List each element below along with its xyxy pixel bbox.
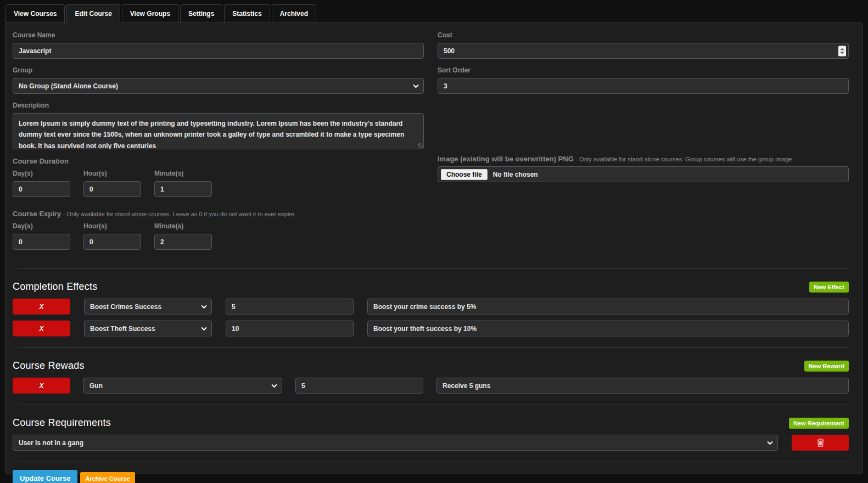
duration-minutes-input[interactable] [154,181,212,197]
tab-archived[interactable]: Archived [272,4,316,23]
new-effect-button[interactable]: New Effect [809,282,849,293]
group-select[interactable]: No Group (Stand Alone Course) [13,78,424,94]
expiry-minutes-label: Minute(s) [154,222,212,230]
course-expiry-group: Course Expiry - Only available for stand… [13,210,424,250]
description-label: Description [13,102,424,109]
form-left-column: Course Name Group No Group (Stand Alone … [13,31,424,257]
tab-view-courses[interactable]: View Courses [5,4,65,23]
remove-effect-button[interactable]: X [13,321,70,336]
duration-hours-input[interactable] [83,181,141,197]
requirement-type-select[interactable]: User is not in a gang [13,435,778,451]
reward-type-select[interactable]: Gun [83,378,282,394]
form-right-column: Cost Sort Order Image (existing will be … [438,31,849,257]
effect-description-input[interactable] [367,299,849,314]
image-file-input[interactable]: Choose file No file chosen [438,166,849,182]
effect-type-select[interactable]: Boost Crimes Success [84,299,212,314]
tab-view-groups[interactable]: View Groups [122,4,178,23]
reward-description-input[interactable] [436,378,849,394]
image-note: - Only available for stand-alone courses… [575,156,793,162]
effect-row: X Boost Theft Success [13,321,849,336]
cost-input[interactable] [438,43,849,59]
divider [18,268,849,269]
divider [18,347,849,348]
course-expiry-note: - Only available for stand-alone courses… [63,211,294,217]
sort-order-input[interactable] [438,78,849,94]
duration-days-label: Day(s) [13,170,70,177]
course-requirements-heading: Course Requirements [13,417,111,429]
description-textarea[interactable]: Lorem Ipsum is simply dummy text of the … [13,113,424,149]
tab-bar: View Courses Edit Course View Groups Set… [0,0,868,23]
completion-effects-heading: Completion Effects [13,281,97,293]
effect-type-select[interactable]: Boost Theft Success [84,321,212,336]
expiry-hours-label: Hour(s) [83,222,141,230]
new-reward-button[interactable]: New Reward [804,361,849,372]
delete-requirement-button[interactable] [792,435,849,451]
image-upload-group: Image (existing will be overwritten) PNG… [438,155,849,182]
expiry-days-label: Day(s) [13,222,70,230]
archive-course-button[interactable]: Archive Course [80,472,135,483]
duration-hours-label: Hour(s) [83,170,141,177]
tab-statistics[interactable]: Statistics [224,4,270,23]
update-course-button[interactable]: Update Course [13,470,77,483]
expiry-minutes-input[interactable] [154,234,212,250]
cost-label: Cost [438,31,849,39]
course-duration-group: Course Duration Day(s) Hour(s) Minute(s) [13,157,424,197]
effect-description-input[interactable] [367,321,849,336]
number-spinner-icon[interactable] [838,46,846,56]
course-rewards-heading: Course Rewads [13,360,85,372]
file-chosen-text: No file chosen [493,171,538,178]
effect-value-input[interactable] [226,321,354,336]
tab-edit-course[interactable]: Edit Course [66,4,120,23]
course-expiry-label: Course Expiry [13,210,61,218]
effect-value-input[interactable] [226,299,354,314]
duration-minutes-label: Minute(s) [154,170,212,177]
course-name-label: Course Name [13,31,424,39]
reward-value-input[interactable] [295,378,423,394]
group-label: Group [13,66,424,74]
effect-row: X Boost Crimes Success [13,299,849,314]
edit-course-panel: Course Name Group No Group (Stand Alone … [5,23,863,474]
divider [18,405,849,405]
trash-icon [817,439,824,447]
divider [18,462,849,462]
requirement-row: User is not in a gang [13,435,849,451]
course-name-input[interactable] [13,43,424,59]
course-duration-label: Course Duration [13,157,424,165]
remove-effect-button[interactable]: X [13,299,70,314]
reward-row: X Gun [13,378,849,394]
sort-order-label: Sort Order [438,66,849,74]
expiry-days-input[interactable] [13,234,70,250]
tab-settings[interactable]: Settings [180,4,222,23]
expiry-hours-input[interactable] [83,234,141,250]
remove-reward-button[interactable]: X [13,378,70,394]
image-label: Image (existing will be overwritten) PNG [438,155,574,163]
course-form: Course Name Group No Group (Stand Alone … [13,31,849,257]
new-requirement-button[interactable]: New Requirement [789,418,849,429]
choose-file-button[interactable]: Choose file [441,169,488,180]
duration-days-input[interactable] [13,181,70,197]
